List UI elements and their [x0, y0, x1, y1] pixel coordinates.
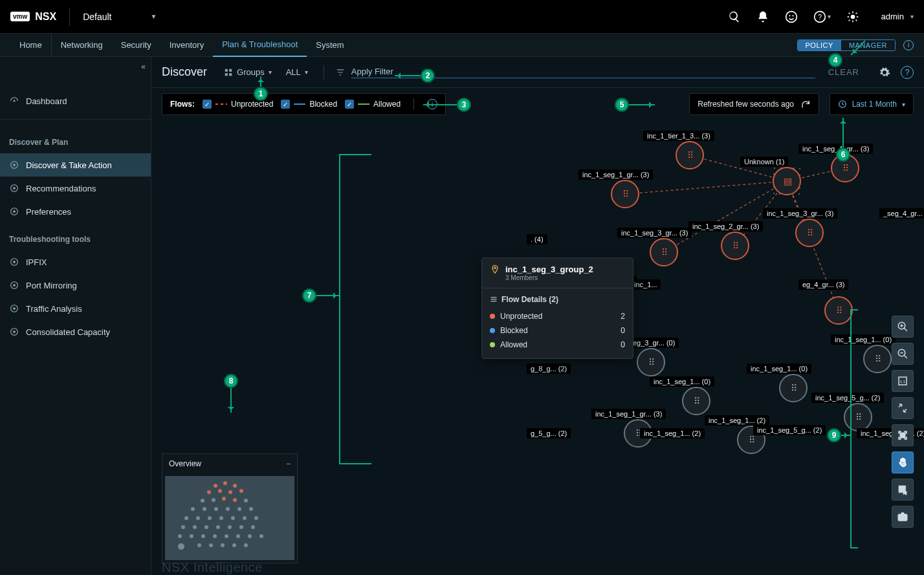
nav-tab-security[interactable]: Security [112, 34, 160, 57]
pin-icon [490, 265, 500, 275]
user-name: admin [881, 12, 904, 21]
menu-item-icon [9, 257, 19, 267]
help-icon[interactable]: ? [901, 66, 914, 79]
nav-tab-system[interactable]: System [307, 34, 353, 57]
footer-brand: NSX Intelligence [162, 560, 263, 575]
svg-line-12 [848, 19, 850, 21]
node-label: g_5_g... (2) [527, 428, 571, 439]
zoom-reset-button[interactable]: 1:1 [892, 370, 914, 392]
time-period-selector[interactable]: Last 1 Month ▾ [830, 93, 914, 115]
graph-node[interactable]: ⠿ [682, 387, 710, 415]
nav-tab-home[interactable]: Home [10, 34, 52, 57]
nav-tab-networking[interactable]: Networking [52, 34, 112, 57]
svg-point-1 [789, 15, 790, 16]
sidebar-item-port-mirroring[interactable]: Port Mirroring [0, 274, 151, 297]
callout-arrow [629, 104, 655, 105]
callout-5: 5 [615, 98, 629, 112]
sidebar-item-dashboard[interactable]: Dashboard [0, 89, 151, 113]
face-icon[interactable] [785, 10, 798, 23]
sidebar-item-recommendations[interactable]: Recommendations [0, 177, 151, 200]
callout-6: 6 [836, 147, 850, 162]
graph-node[interactable]: ⠿ [863, 345, 892, 373]
node-label: inc_1_seg_1... (2) [705, 415, 769, 426]
callout-9: 9 [827, 428, 841, 442]
graph-node[interactable]: ▤ [773, 167, 801, 195]
all-selector[interactable]: ALL ▾ [282, 67, 312, 77]
graph-node[interactable]: ⠿ [611, 180, 639, 208]
graph-node[interactable]: ⠿ [824, 296, 853, 325]
primary-nav: HomeNetworkingSecurityInventoryPlan & Tr… [0, 34, 924, 57]
filter-placeholder: Apply Filter [351, 67, 393, 76]
callout-arrow [230, 388, 232, 413]
zoom-out-button[interactable] [892, 343, 914, 365]
node-label: inc_1_seg_1_gr... (3) [578, 169, 653, 180]
environment-selector[interactable]: Default ▼ [83, 12, 157, 22]
pan-button[interactable] [892, 451, 914, 473]
graph-node[interactable]: ⠿ [779, 374, 808, 402]
gear-icon[interactable] [879, 67, 890, 78]
nav-tab-inventory[interactable]: Inventory [160, 34, 213, 57]
sidebar-item-preferences[interactable]: Preferences [0, 200, 151, 223]
node-label: inc_1_seg_5_g... (2) [753, 425, 826, 435]
menu-item-icon [9, 327, 19, 337]
snapshot-button[interactable] [892, 506, 914, 528]
collapse-button[interactable] [892, 397, 914, 419]
flow-toggle-blocked[interactable]: ✓Blocked [281, 100, 337, 109]
svg-line-13 [855, 12, 857, 14]
sidebar-item-ipfix[interactable]: IPFIX [0, 250, 151, 274]
node-label: eg_4_gr... (3) [798, 279, 848, 290]
sidebar-label: Port Mirroring [26, 281, 77, 290]
user-menu[interactable]: admin ▾ [875, 12, 914, 21]
info-icon[interactable]: i [903, 40, 914, 50]
svg-rect-28 [225, 69, 228, 71]
node-label: inc_1... [630, 279, 661, 290]
select-button[interactable] [892, 479, 914, 501]
nav-tab-plan-troubleshoot[interactable]: Plan & Troubleshoot [213, 34, 307, 57]
svg-point-27 [13, 331, 16, 333]
manager-mode[interactable]: MANAGER [841, 40, 895, 50]
graph-node[interactable]: ⠿ [844, 403, 872, 431]
sun-icon[interactable] [846, 10, 859, 23]
zoom-in-button[interactable] [892, 316, 914, 338]
callout-arrow [841, 435, 850, 436]
flow-toggle-allowed[interactable]: ✓Allowed [345, 100, 401, 109]
collapse-sidebar-icon[interactable]: « [141, 62, 146, 71]
policy-mode[interactable]: POLICY [798, 40, 841, 50]
dot-icon [490, 314, 495, 319]
svg-point-15 [13, 164, 16, 166]
graph-node[interactable]: ⠿ [650, 238, 678, 266]
callout-8: 8 [224, 374, 238, 388]
search-icon[interactable] [728, 10, 741, 23]
group-icon: ⠿ [791, 383, 796, 393]
node-label: inc_1_seg_1_gr... (3) [591, 409, 666, 419]
svg-line-11 [855, 19, 857, 21]
help-icon: ? [813, 10, 826, 23]
clock-icon [838, 100, 847, 109]
chevron-down-icon: ▼ [151, 13, 157, 20]
minimap-canvas[interactable] [165, 476, 294, 560]
tooltip-title: inc_1_seg_3_group_2 [505, 265, 593, 274]
groups-selector[interactable]: Groups ▾ [220, 67, 276, 77]
chevron-down-icon: ▾ [902, 101, 905, 108]
topology-graph[interactable]: ⠿inc_1_tier_1_3... (3)▤Unknown (1)⠿inc_1… [378, 141, 921, 542]
graph-node[interactable]: ⠿ [795, 219, 824, 247]
flow-toggle-unprotected[interactable]: ✓Unprotected [203, 100, 273, 109]
zoom-toolbar: 1:1 [892, 316, 914, 528]
graph-node[interactable]: ⠿ [637, 348, 665, 376]
svg-point-25 [13, 307, 16, 310]
graph-node[interactable]: ⠿ [721, 232, 749, 260]
help-dropdown[interactable]: ?▾ [813, 10, 831, 23]
svg-rect-30 [225, 73, 228, 76]
bell-icon[interactable] [756, 10, 769, 23]
sidebar-item-traffic-analysis[interactable]: Traffic Analysis [0, 297, 151, 320]
overview-minimap[interactable]: Overview − [162, 453, 298, 563]
fit-button[interactable] [892, 424, 914, 446]
sidebar-item-consolidated-capacity[interactable]: Consolidated Capacity [0, 320, 151, 343]
sidebar-item-discover-take-action[interactable]: Discover & Take Action [0, 153, 151, 177]
clear-button[interactable]: CLEAR [822, 65, 866, 80]
refresh-icon[interactable] [800, 99, 811, 109]
minimize-icon[interactable]: − [286, 459, 291, 468]
graph-node[interactable]: ⠿ [676, 141, 704, 169]
product-name: NSX [35, 11, 56, 23]
group-icon: ⠿ [749, 435, 754, 445]
